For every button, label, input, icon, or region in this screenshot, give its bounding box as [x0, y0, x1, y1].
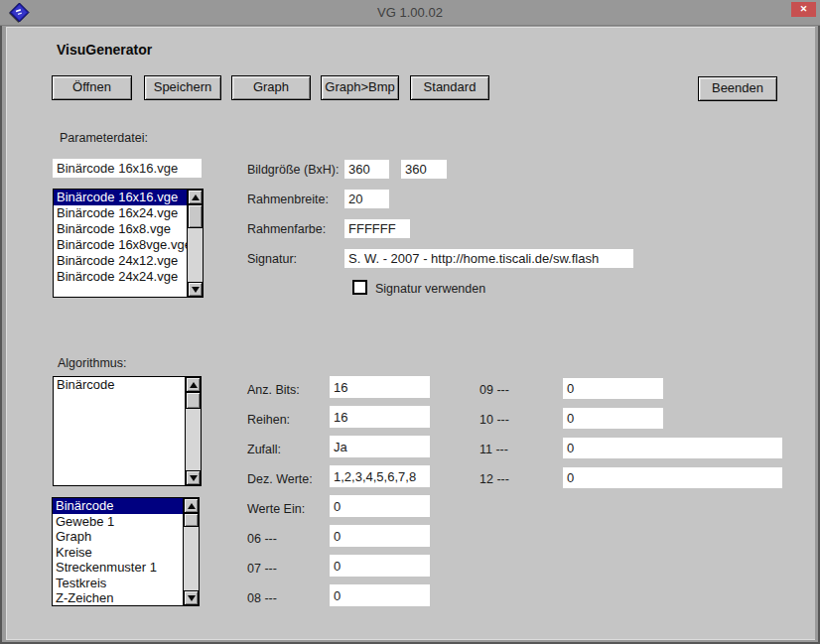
image-width-input[interactable] [344, 160, 389, 179]
border-width-input[interactable] [344, 190, 389, 208]
scroll-up-button[interactable] [186, 377, 201, 392]
graph-bmp-button[interactable]: Graph>Bmp [321, 75, 399, 100]
param-label-reihen: Reihen: [247, 413, 290, 427]
param-input-10[interactable] [563, 408, 663, 429]
scroll-down-button[interactable] [186, 470, 201, 485]
list-item[interactable]: Streckenmuster 1 [53, 560, 183, 576]
border-width-label: Rahmenbreite: [247, 193, 329, 206]
scroll-down-button[interactable] [184, 590, 199, 605]
app-window: VG 1.00.02 ✕ VisuGenerator Öffnen Speich… [0, 0, 820, 644]
param-input-09[interactable] [563, 378, 663, 399]
scroll-up-button[interactable] [184, 498, 199, 513]
list-item[interactable]: Binärcode 16x24.vge [54, 205, 187, 221]
use-signature-checkbox[interactable] [352, 280, 367, 295]
param-label-werte-ein: Werte Ein: [247, 502, 305, 516]
list-item[interactable]: Binärcode 16x8.vge [54, 221, 187, 237]
list-item[interactable]: Testkreis [53, 576, 183, 591]
close-button[interactable]: ✕ [791, 2, 816, 17]
param-label-10: 10 --- [479, 413, 509, 427]
image-size-label: Bildgröße (BxH): [247, 163, 339, 177]
algorithm-options-listbox: Binärcode Gewebe 1 Graph Kreise Strecken… [52, 497, 200, 606]
list-item[interactable]: Binärcode 24x12.vge [54, 253, 187, 269]
list-item[interactable]: Kreise [53, 545, 183, 561]
param-input-zufall[interactable] [330, 436, 430, 457]
list-item[interactable]: Binärcode 16x8vge.vge [54, 237, 187, 253]
param-input-dez-werte[interactable] [330, 465, 430, 487]
page-title: VisuGenerator [57, 42, 152, 58]
list-item[interactable]: Binärcode 16x16.vge [54, 190, 187, 205]
param-input-11[interactable] [563, 438, 782, 458]
param-label-11: 11 --- [479, 443, 508, 456]
standard-button[interactable]: Standard [410, 75, 489, 100]
param-label-dez-werte: Dez. Werte: [247, 472, 313, 486]
border-color-label: Rahmenfarbe: [247, 222, 326, 236]
param-input-anz-bits[interactable] [330, 376, 430, 398]
parameter-file-listbox: Binärcode 16x16.vge Binärcode 16x24.vge … [53, 189, 204, 298]
scrollbar-thumb[interactable] [188, 204, 203, 228]
param-label-12: 12 --- [479, 472, 509, 486]
parameter-file-label: Parameterdatei: [60, 131, 148, 145]
scroll-down-icon [188, 595, 196, 601]
param-label-zufall: Zufall: [247, 443, 281, 456]
algorithm-options-scrollbar[interactable] [183, 498, 199, 605]
param-input-06[interactable] [330, 525, 430, 547]
list-item[interactable]: Z-Zeichen [53, 590, 183, 606]
algorithm-active-listbox: Binärcode [53, 376, 202, 486]
graph-button[interactable]: Graph [231, 75, 311, 100]
param-input-07[interactable] [330, 555, 430, 577]
algorithm-label: Algorithmus: [58, 356, 126, 370]
param-label-07: 07 --- [247, 562, 277, 576]
scrollbar-thumb[interactable] [186, 392, 201, 409]
window-border-left [0, 0, 2, 644]
signature-label: Signatur: [247, 252, 297, 266]
image-height-input[interactable] [401, 160, 447, 179]
scroll-up-icon [192, 194, 200, 200]
param-label-08: 08 --- [247, 591, 277, 605]
parameter-filename-input[interactable] [53, 159, 202, 178]
scroll-down-icon [190, 475, 198, 481]
scroll-up-icon [190, 382, 198, 388]
signature-input[interactable] [344, 249, 633, 268]
scroll-up-button[interactable] [188, 190, 203, 204]
open-button[interactable]: Öffnen [52, 75, 132, 100]
param-input-12[interactable] [563, 467, 782, 488]
list-item[interactable]: Binärcode [53, 498, 183, 514]
param-input-reihen[interactable] [330, 406, 430, 428]
param-input-08[interactable] [330, 584, 430, 606]
algorithm-active-scrollbar[interactable] [185, 377, 201, 485]
window-title: VG 1.00.02 [0, 0, 820, 26]
list-item[interactable]: Gewebe 1 [53, 514, 183, 530]
scroll-up-icon [188, 503, 196, 509]
use-signature-label: Signatur verwenden [375, 282, 485, 296]
list-item[interactable]: Binärcode 24x24.vge [54, 269, 187, 285]
param-input-werte-ein[interactable] [330, 495, 430, 517]
param-label-09: 09 --- [479, 383, 509, 397]
scrollbar-thumb[interactable] [184, 513, 199, 527]
scroll-down-icon [192, 287, 200, 293]
scroll-down-button[interactable] [188, 282, 203, 297]
quit-button[interactable]: Beenden [698, 76, 777, 101]
save-button[interactable]: Speichern [144, 75, 221, 100]
list-item[interactable]: Binärcode [54, 377, 185, 393]
files-scrollbar[interactable] [187, 190, 203, 297]
border-color-input[interactable] [344, 219, 410, 238]
param-label-06: 06 --- [247, 532, 277, 546]
titlebar[interactable]: VG 1.00.02 ✕ [0, 0, 820, 26]
list-item[interactable]: Graph [53, 529, 183, 545]
param-label-anz-bits: Anz. Bits: [247, 383, 300, 397]
